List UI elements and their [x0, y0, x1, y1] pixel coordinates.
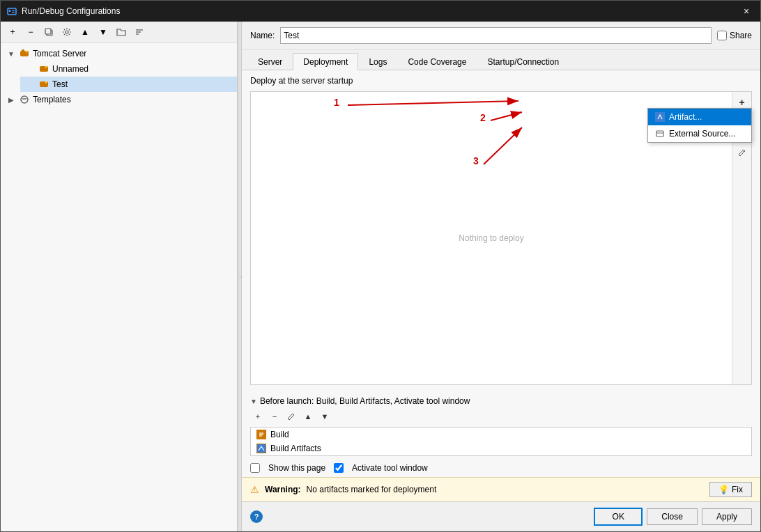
artifact-icon	[655, 112, 665, 122]
build-artifacts-icon	[256, 444, 266, 453]
apply-button[interactable]: Apply	[702, 508, 752, 525]
tab-startup-connection[interactable]: Startup/Connection	[477, 53, 569, 70]
bl-item-build: Build	[251, 428, 751, 441]
remove-config-button[interactable]: −	[23, 24, 38, 40]
fix-label: Fix	[732, 485, 743, 494]
collapse-icon: ▼	[250, 398, 257, 405]
move-up-button[interactable]: ▲	[77, 24, 93, 40]
panel-body: Deploy at the server startup Nothing to …	[242, 70, 760, 477]
deploy-header: Deploy at the server startup	[242, 70, 760, 91]
dropdown-external-source[interactable]: External Source...	[648, 125, 751, 142]
name-row: Name: Share	[242, 22, 760, 50]
copy-config-button[interactable]	[41, 24, 56, 40]
tab-server[interactable]: Server	[247, 53, 293, 70]
svg-point-12	[26, 51, 28, 53]
bottom-left: ?	[250, 510, 263, 523]
activate-label: Activate tool window	[352, 463, 428, 473]
svg-point-20	[25, 98, 26, 100]
sidebar-toolbar: + − ▲ ▼	[1, 22, 237, 43]
bottom-bar: ? OK Close Apply	[242, 501, 760, 531]
svg-rect-23	[656, 131, 663, 136]
deploy-edit-button[interactable]	[735, 145, 750, 160]
tab-deployment[interactable]: Deployment	[293, 53, 358, 70]
bl-build-artifacts-label: Build Artifacts	[270, 444, 321, 453]
test-icon	[38, 79, 49, 90]
title-bar: Run/Debug Configurations ×	[1, 1, 760, 22]
svg-rect-5	[45, 29, 51, 34]
warning-icon: ⚠	[250, 484, 259, 495]
bl-add-button[interactable]: +	[250, 409, 266, 424]
tomcat-server-label: Tomcat Server	[33, 49, 86, 58]
bl-remove-button[interactable]: −	[267, 409, 282, 424]
warning-message: No artifacts marked for deployment	[307, 485, 437, 494]
tab-code-coverage[interactable]: Code Coverage	[397, 53, 477, 70]
expand-icon: ▼	[6, 49, 16, 58]
name-input[interactable]	[280, 27, 712, 44]
close-config-button[interactable]: Close	[647, 508, 698, 525]
svg-point-19	[24, 98, 25, 100]
unnamed-label: Unnamed	[52, 64, 89, 74]
sidebar-item-unnamed[interactable]: Unnamed	[20, 61, 237, 77]
dropdown-artifact[interactable]: Artifact...	[648, 109, 751, 125]
share-checkbox[interactable]	[717, 31, 727, 40]
fix-button[interactable]: 💡 Fix	[709, 482, 752, 497]
show-page-label: Show this page	[268, 463, 325, 473]
before-launch-header[interactable]: ▼ Before launch: Build, Build Artifacts,…	[250, 396, 752, 406]
sort-button[interactable]	[132, 24, 147, 40]
before-launch-list: Build Build Artifacts	[250, 427, 752, 456]
ok-button[interactable]: OK	[594, 508, 643, 526]
svg-point-1	[9, 10, 11, 12]
warning-bar: ⚠ Warning: No artifacts marked for deplo…	[242, 477, 760, 501]
tomcat-icon	[19, 48, 30, 59]
fix-icon: 💡	[718, 485, 729, 494]
before-launch-section: ▼ Before launch: Build, Build Artifacts,…	[242, 391, 760, 459]
before-launch-toolbar: + − ▲ ▼	[250, 409, 752, 424]
close-button[interactable]: ×	[738, 3, 755, 19]
templates-label: Templates	[33, 95, 71, 104]
bl-up-button[interactable]: ▲	[300, 409, 316, 424]
right-panel: Name: Share Server Deployment Logs Code …	[242, 22, 760, 531]
settings-button[interactable]	[59, 24, 75, 40]
svg-rect-33	[257, 444, 266, 453]
activate-tool-checkbox[interactable]	[334, 463, 344, 473]
add-config-button[interactable]: +	[5, 24, 20, 40]
bl-build-label: Build	[270, 430, 289, 439]
bl-item-build-artifacts: Build Artifacts	[251, 441, 751, 455]
tree-children: Unnamed Test	[1, 61, 237, 92]
before-launch-label: Before launch: Build, Build Artifacts, A…	[260, 396, 470, 406]
external-source-icon	[655, 129, 665, 139]
svg-point-6	[66, 31, 68, 33]
folder-button[interactable]	[114, 24, 129, 40]
bl-down-button[interactable]: ▼	[317, 409, 332, 424]
tabs: Server Deployment Logs Code Coverage Sta…	[242, 50, 760, 70]
svg-line-21	[742, 151, 744, 152]
templates-icon	[19, 94, 30, 105]
test-label: Test	[52, 79, 68, 89]
name-label: Name:	[250, 31, 275, 40]
window-icon	[6, 6, 17, 17]
dropdown-external-label: External Source...	[669, 129, 735, 139]
sidebar-item-tomcat-server[interactable]: ▼ Tomcat Server	[1, 46, 237, 61]
show-page-checkbox[interactable]	[250, 463, 260, 473]
unnamed-icon	[38, 63, 49, 75]
templates-expand-icon: ▶	[6, 95, 16, 104]
svg-point-14	[45, 66, 47, 68]
dropdown-menu: Artifact... External Source...	[647, 108, 752, 143]
build-icon	[256, 430, 266, 439]
run-debug-configurations-window: Run/Debug Configurations × + − ▲ ▼	[0, 0, 761, 532]
help-button[interactable]: ?	[250, 510, 263, 523]
warning-text: Warning:	[265, 485, 301, 494]
tab-logs[interactable]: Logs	[358, 53, 397, 70]
share-label: Share	[730, 31, 752, 40]
sidebar-item-test[interactable]: Test	[20, 77, 237, 92]
nothing-text: Nothing to deploy	[459, 233, 523, 243]
window-title: Run/Debug Configurations	[22, 6, 738, 16]
expand-placeholder2	[26, 79, 36, 89]
help-label: ?	[254, 513, 259, 521]
sidebar-item-templates[interactable]: ▶ Templates	[1, 92, 237, 107]
sidebar-tree: ▼ Tomcat Server	[1, 43, 237, 531]
bl-edit-button[interactable]	[284, 409, 299, 424]
sidebar: + − ▲ ▼ ▼	[1, 22, 238, 531]
options-row: Show this page Activate tool window	[242, 459, 760, 477]
move-down-button[interactable]: ▼	[95, 24, 111, 40]
